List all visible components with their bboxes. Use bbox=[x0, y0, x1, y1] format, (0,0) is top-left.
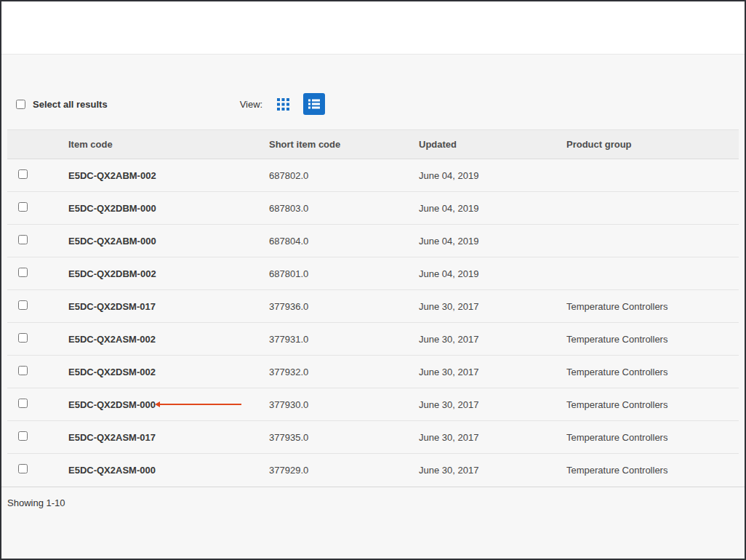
table-body: E5DC-QX2ABM-002687802.0June 04, 2019E5DC… bbox=[7, 159, 739, 487]
table-row: E5DC-QX2ASM-017377935.0June 30, 2017Temp… bbox=[7, 421, 739, 454]
table-row: E5DC-QX2DSM-017377936.0June 30, 2017Temp… bbox=[7, 290, 739, 323]
product-group-cell bbox=[566, 225, 739, 257]
item-code: E5DC-QX2DBM-000 bbox=[68, 203, 156, 214]
short-item-code-cell: 377935.0 bbox=[269, 421, 419, 454]
item-code-cell: E5DC-QX2DSM-000 bbox=[68, 388, 269, 421]
column-header-item-code[interactable]: Item code bbox=[68, 130, 269, 159]
checkbox-column-header bbox=[7, 130, 68, 159]
product-group-cell: Temperature Controllers bbox=[566, 290, 739, 323]
short-item-code-cell: 687802.0 bbox=[269, 159, 419, 192]
row-checkbox-cell bbox=[7, 388, 68, 421]
updated-cell: June 04, 2019 bbox=[419, 257, 566, 290]
row-checkbox-cell bbox=[7, 257, 68, 290]
short-item-code-cell: 687804.0 bbox=[269, 225, 419, 257]
short-item-code-cell: 377929.0 bbox=[269, 454, 419, 487]
results-window: Select all results View: bbox=[0, 0, 746, 560]
product-group-cell: Temperature Controllers bbox=[566, 323, 739, 356]
row-checkbox-cell bbox=[7, 421, 68, 454]
product-group-cell: Temperature Controllers bbox=[566, 388, 739, 421]
updated-cell: June 30, 2017 bbox=[419, 290, 566, 323]
item-code: E5DC-QX2DSM-000 bbox=[68, 399, 156, 410]
product-group-cell: Temperature Controllers bbox=[566, 454, 739, 487]
row-checkbox-cell bbox=[7, 454, 68, 487]
column-header-short-item-code[interactable]: Short item code bbox=[269, 130, 419, 159]
top-whitespace bbox=[1, 1, 745, 55]
table-row: E5DC-QX2DBM-002687801.0June 04, 2019 bbox=[7, 257, 739, 290]
item-code-cell: E5DC-QX2DSM-002 bbox=[68, 356, 269, 388]
product-group-cell: Temperature Controllers bbox=[566, 421, 739, 454]
item-code-cell: E5DC-QX2DSM-017 bbox=[68, 290, 269, 323]
updated-cell: June 30, 2017 bbox=[419, 323, 566, 356]
column-header-updated[interactable]: Updated bbox=[419, 130, 566, 159]
results-controls: Select all results View: bbox=[1, 55, 745, 129]
view-label: View: bbox=[240, 99, 263, 110]
item-code-cell: E5DC-QX2ABM-000 bbox=[68, 225, 269, 257]
product-group-cell bbox=[566, 257, 739, 290]
row-checkbox-cell bbox=[7, 290, 68, 323]
item-code-cell: E5DC-QX2ABM-002 bbox=[68, 159, 269, 192]
select-all-label: Select all results bbox=[33, 99, 108, 110]
grid-view-icon bbox=[277, 98, 289, 111]
row-checkbox[interactable] bbox=[18, 169, 28, 179]
product-group-cell bbox=[566, 192, 739, 225]
product-group-cell bbox=[566, 159, 739, 192]
short-item-code-cell: 377936.0 bbox=[269, 290, 419, 323]
table-header-row: Item code Short item code Updated Produc… bbox=[7, 130, 739, 159]
list-view-button[interactable] bbox=[303, 93, 325, 115]
item-code-cell: E5DC-QX2ASM-002 bbox=[68, 323, 269, 356]
row-checkbox-cell bbox=[7, 192, 68, 225]
short-item-code-cell: 377932.0 bbox=[269, 356, 419, 388]
item-code-cell: E5DC-QX2DBM-000 bbox=[68, 192, 269, 225]
row-checkbox[interactable] bbox=[18, 333, 28, 343]
row-checkbox-cell bbox=[7, 356, 68, 388]
item-code: E5DC-QX2ASM-017 bbox=[68, 432, 156, 443]
row-checkbox[interactable] bbox=[18, 464, 28, 473]
list-view-icon bbox=[308, 99, 320, 109]
row-checkbox-cell bbox=[7, 323, 68, 356]
short-item-code-cell: 377930.0 bbox=[269, 388, 419, 421]
annotation-arrow bbox=[160, 404, 241, 405]
table-row: E5DC-QX2DSM-002377932.0June 30, 2017Temp… bbox=[7, 356, 739, 388]
row-checkbox[interactable] bbox=[18, 202, 28, 212]
grid-view-button[interactable] bbox=[272, 93, 294, 115]
item-code: E5DC-QX2DSM-002 bbox=[68, 367, 156, 377]
short-item-code-cell: 377931.0 bbox=[269, 323, 419, 356]
table-row: E5DC-QX2ABM-002687802.0June 04, 2019 bbox=[7, 159, 739, 192]
row-checkbox[interactable] bbox=[18, 366, 28, 375]
short-item-code-cell: 687801.0 bbox=[269, 257, 419, 290]
table-row: E5DC-QX2DBM-000687803.0June 04, 2019 bbox=[7, 192, 739, 225]
item-code-cell: E5DC-QX2ASM-017 bbox=[68, 421, 269, 454]
row-checkbox[interactable] bbox=[18, 268, 28, 277]
column-header-product-group[interactable]: Product group bbox=[566, 130, 739, 159]
item-code-cell: E5DC-QX2DBM-002 bbox=[68, 257, 269, 290]
row-checkbox[interactable] bbox=[18, 399, 28, 408]
item-code: E5DC-QX2DBM-002 bbox=[68, 268, 156, 279]
item-code: E5DC-QX2ABM-002 bbox=[68, 170, 156, 181]
item-code: E5DC-QX2ASM-002 bbox=[68, 334, 156, 345]
updated-cell: June 30, 2017 bbox=[419, 388, 566, 421]
row-checkbox-cell bbox=[7, 225, 68, 257]
item-code: E5DC-QX2ABM-000 bbox=[68, 236, 156, 247]
row-checkbox[interactable] bbox=[18, 431, 28, 441]
row-checkbox[interactable] bbox=[18, 300, 28, 310]
updated-cell: June 04, 2019 bbox=[419, 192, 566, 225]
updated-cell: June 04, 2019 bbox=[419, 225, 566, 257]
results-count: Showing 1-10 bbox=[1, 487, 745, 508]
table-row: E5DC-QX2ASM-000377929.0June 30, 2017Temp… bbox=[7, 454, 739, 487]
select-all-checkbox[interactable] bbox=[16, 100, 25, 109]
item-code-cell: E5DC-QX2ASM-000 bbox=[68, 454, 269, 487]
table-row: E5DC-QX2ABM-000687804.0June 04, 2019 bbox=[7, 225, 739, 257]
updated-cell: June 30, 2017 bbox=[419, 454, 566, 487]
table-row: E5DC-QX2ASM-002377931.0June 30, 2017Temp… bbox=[7, 323, 739, 356]
table-row: E5DC-QX2DSM-000377930.0June 30, 2017Temp… bbox=[7, 388, 739, 421]
results-table: Item code Short item code Updated Produc… bbox=[7, 129, 739, 487]
item-code: E5DC-QX2ASM-000 bbox=[68, 465, 156, 476]
short-item-code-cell: 687803.0 bbox=[269, 192, 419, 225]
product-group-cell: Temperature Controllers bbox=[566, 356, 739, 388]
row-checkbox[interactable] bbox=[18, 235, 28, 244]
item-code: E5DC-QX2DSM-017 bbox=[68, 301, 156, 312]
row-checkbox-cell bbox=[7, 159, 68, 192]
updated-cell: June 04, 2019 bbox=[419, 159, 566, 192]
updated-cell: June 30, 2017 bbox=[419, 356, 566, 388]
updated-cell: June 30, 2017 bbox=[419, 421, 566, 454]
